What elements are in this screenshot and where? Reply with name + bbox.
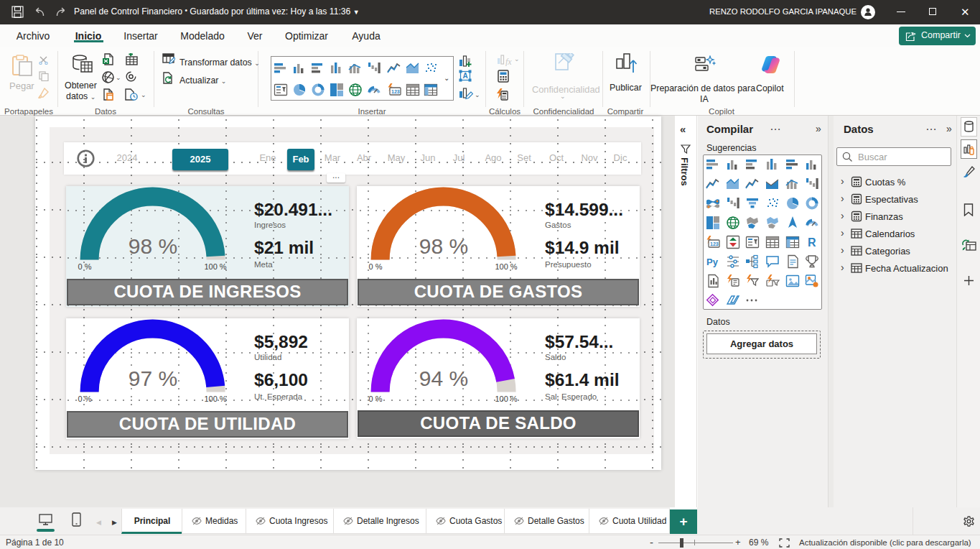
svg-text:123: 123 (710, 241, 719, 246)
svg-text:Py: Py (706, 257, 719, 267)
svg-text:A: A (462, 72, 467, 80)
svg-text:fx: fx (505, 57, 512, 66)
svg-text:R: R (808, 236, 816, 249)
svg-text:123: 123 (391, 89, 400, 94)
